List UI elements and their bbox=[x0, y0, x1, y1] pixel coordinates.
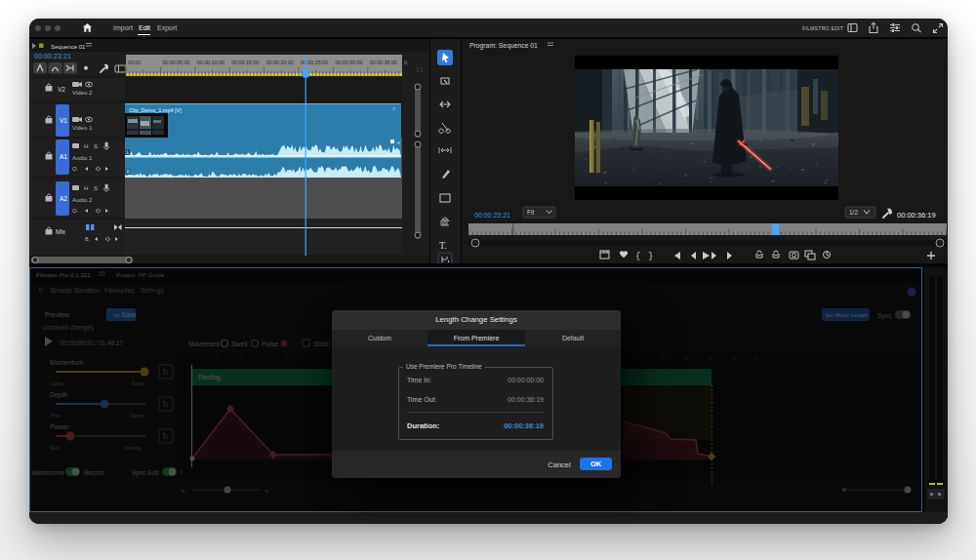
svg-text:Sequence 01: Sequence 01 bbox=[51, 44, 86, 50]
svg-text:O.: O. bbox=[72, 208, 79, 214]
svg-text:H: H bbox=[84, 143, 88, 149]
svg-text:S: S bbox=[94, 143, 98, 149]
svg-text:x: x bbox=[392, 105, 395, 111]
svg-text:00:00:05:00: 00:00:05:00 bbox=[162, 60, 189, 65]
svg-text:00:00:30:00: 00:00:30:00 bbox=[335, 60, 362, 65]
svg-text:A1: A1 bbox=[60, 153, 67, 160]
svg-text:00:00:36:19: 00:00:36:19 bbox=[897, 211, 936, 220]
svg-text:8.: 8. bbox=[85, 236, 90, 242]
svg-text:00:00:10:00: 00:00:10:00 bbox=[197, 60, 224, 65]
svg-text:Video 1: Video 1 bbox=[72, 125, 93, 131]
svg-text:S: S bbox=[94, 185, 98, 191]
svg-text:Audio 1: Audio 1 bbox=[72, 155, 93, 161]
svg-text:00:00:20:00: 00:00:20:00 bbox=[266, 60, 294, 65]
svg-text:{: { bbox=[635, 252, 640, 261]
svg-text:}: } bbox=[648, 252, 653, 261]
svg-text:A2: A2 bbox=[60, 195, 67, 202]
svg-text:00:00:15:00: 00:00:15:00 bbox=[231, 60, 259, 65]
svg-text:L: L bbox=[127, 150, 130, 155]
svg-text:00:00:23:21: 00:00:23:21 bbox=[34, 53, 71, 60]
svg-text:Clip_Demo_1.mp4 [V]: Clip_Demo_1.mp4 [V] bbox=[129, 107, 182, 113]
svg-text:R: R bbox=[127, 170, 131, 175]
svg-text:00:00: 00:00 bbox=[128, 60, 141, 65]
svg-text:V1: V1 bbox=[60, 117, 67, 124]
svg-text:V2: V2 bbox=[58, 86, 65, 93]
svg-text:00:00:23:21: 00:00:23:21 bbox=[474, 212, 510, 219]
svg-text:H: H bbox=[84, 185, 88, 191]
svg-text:00:00:35:00: 00:00:35:00 bbox=[370, 60, 397, 65]
svg-text:x: x bbox=[397, 140, 400, 145]
svg-text:T.: T. bbox=[439, 240, 447, 251]
svg-text:Audio 2: Audio 2 bbox=[72, 197, 93, 203]
svg-text:1/2: 1/2 bbox=[849, 209, 858, 216]
svg-text:0:: 0: bbox=[404, 60, 408, 65]
svg-text:Mix: Mix bbox=[56, 228, 66, 235]
svg-text:Fit: Fit bbox=[527, 209, 534, 216]
svg-text:Program: Sequence 01: Program: Sequence 01 bbox=[469, 42, 538, 50]
svg-text:Video 2: Video 2 bbox=[72, 90, 93, 96]
svg-text:O.: O. bbox=[72, 166, 79, 172]
svg-text:00:00:25:00: 00:00:25:00 bbox=[301, 60, 328, 65]
